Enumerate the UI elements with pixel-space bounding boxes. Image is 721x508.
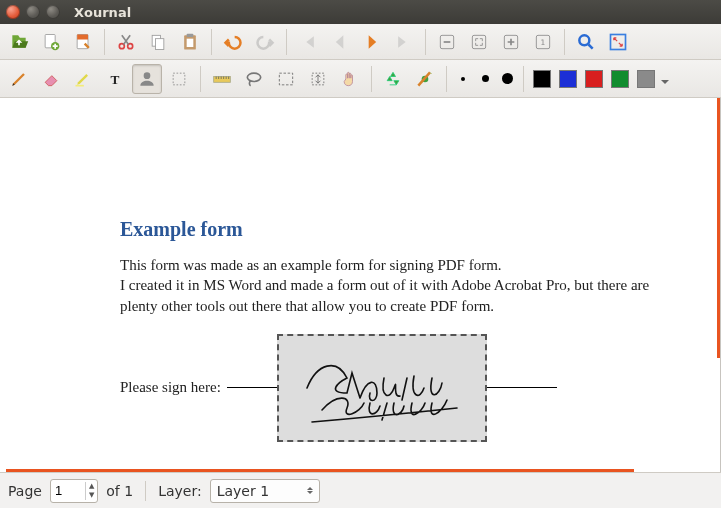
color-red[interactable] [582, 64, 606, 94]
scroll-indicator-right [717, 98, 720, 358]
lasso-tool[interactable] [239, 64, 269, 94]
page-label: Page [8, 483, 42, 499]
ruler-tool[interactable] [207, 64, 237, 94]
svg-point-16 [579, 35, 589, 45]
next-page-button[interactable] [357, 27, 387, 57]
prev-page-button[interactable] [325, 27, 355, 57]
toolbar-tools: T [0, 60, 721, 98]
copy-button[interactable] [143, 27, 173, 57]
pen-icon [9, 69, 29, 89]
annotate-pdf-icon [73, 32, 93, 52]
open-icon [9, 32, 29, 52]
signature-row: Please sign here: [120, 334, 680, 442]
page-spin[interactable]: ▲▼ [50, 479, 98, 503]
text-tool[interactable]: T [100, 64, 130, 94]
page-spin-down[interactable]: ▼ [86, 491, 97, 500]
image-icon [137, 69, 157, 89]
svg-point-20 [144, 72, 151, 79]
window-close-button[interactable] [6, 5, 20, 19]
svg-rect-9 [187, 33, 194, 36]
shape-tool[interactable] [164, 64, 194, 94]
signature-line-right [487, 387, 557, 388]
document-paragraph: This form was made as an example form fo… [120, 255, 680, 316]
fit-page-button[interactable] [464, 27, 494, 57]
page-number-input[interactable] [51, 483, 85, 498]
thickness-fine[interactable] [453, 64, 473, 94]
highlighter-icon [73, 69, 93, 89]
window-minimize-button[interactable] [26, 5, 40, 19]
status-bar: Page ▲▼ of 1 Layer: Layer 1 [0, 472, 721, 508]
toolbar-main: 1 [0, 24, 721, 60]
undo-icon [223, 32, 243, 52]
highlighter-tool[interactable] [68, 64, 98, 94]
svg-rect-7 [156, 38, 164, 49]
cut-button[interactable] [111, 27, 141, 57]
svg-rect-17 [611, 34, 626, 49]
document-title: Example form [120, 218, 680, 241]
new-button[interactable] [36, 27, 66, 57]
thickness-thick[interactable] [497, 64, 517, 94]
first-icon [298, 32, 318, 52]
color-more-dropdown[interactable] [661, 80, 669, 88]
signature-image-selection[interactable] [277, 334, 487, 442]
thickness-medium[interactable] [475, 64, 495, 94]
zoomin-icon [501, 32, 521, 52]
layer-combo[interactable]: Layer 1 [210, 479, 320, 503]
next-icon [362, 32, 382, 52]
layer-combo-value: Layer 1 [217, 483, 269, 499]
zoomout-icon [437, 32, 457, 52]
dot-icon [482, 75, 489, 82]
zoom-in-button[interactable] [496, 27, 526, 57]
eraser-tool[interactable] [36, 64, 66, 94]
ruler-icon [212, 69, 232, 89]
document-content: Example form This form was made as an ex… [120, 218, 680, 442]
default-settings-button[interactable] [410, 64, 440, 94]
open-button[interactable] [4, 27, 34, 57]
select-rect-tool[interactable] [271, 64, 301, 94]
hand-icon [340, 69, 360, 89]
swatch-icon [637, 70, 655, 88]
svg-rect-10 [187, 38, 194, 46]
set-zoom-button[interactable]: 1 [528, 27, 558, 57]
svg-point-23 [247, 73, 260, 81]
color-blue[interactable] [556, 64, 580, 94]
hand-tool[interactable] [335, 64, 365, 94]
page-spin-up[interactable]: ▲ [86, 482, 97, 491]
zoom-out-button[interactable] [432, 27, 462, 57]
swatch-icon [611, 70, 629, 88]
paste-button[interactable] [175, 27, 205, 57]
shape-icon [169, 69, 189, 89]
image-tool[interactable] [132, 64, 162, 94]
color-green[interactable] [608, 64, 632, 94]
annotate-pdf-button[interactable] [68, 27, 98, 57]
undo-button[interactable] [218, 27, 248, 57]
dot-icon [461, 77, 465, 81]
svg-text:T: T [111, 72, 120, 87]
find-icon [576, 32, 596, 52]
scroll-indicator-bottom [6, 469, 634, 472]
fullscreen-button[interactable] [603, 27, 633, 57]
signature-script-icon [292, 348, 472, 428]
color-gray[interactable] [634, 64, 658, 94]
vspace-icon [308, 69, 328, 89]
first-page-button[interactable] [293, 27, 323, 57]
document-viewport[interactable]: Example form This form was made as an ex… [0, 98, 721, 472]
svg-rect-18 [76, 84, 84, 86]
window-title: Xournal [74, 5, 131, 20]
last-icon [394, 32, 414, 52]
color-black[interactable] [530, 64, 554, 94]
text-icon: T [105, 69, 125, 89]
redo-icon [255, 32, 275, 52]
find-button[interactable] [571, 27, 601, 57]
title-bar: Xournal [0, 0, 721, 24]
default-tool-button[interactable] [378, 64, 408, 94]
prev-icon [330, 32, 350, 52]
vertical-space-tool[interactable] [303, 64, 333, 94]
svg-rect-21 [173, 73, 185, 85]
svg-rect-3 [77, 34, 88, 39]
last-page-button[interactable] [389, 27, 419, 57]
svg-text:1: 1 [541, 37, 546, 46]
window-maximize-button[interactable] [46, 5, 60, 19]
pen-tool[interactable] [4, 64, 34, 94]
redo-button[interactable] [250, 27, 280, 57]
